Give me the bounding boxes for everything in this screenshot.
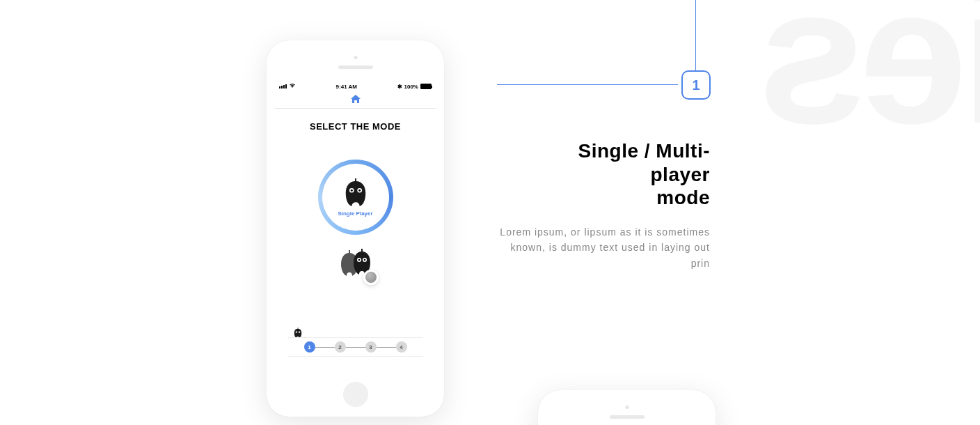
step-track: 1 2 3 4 <box>304 341 407 353</box>
phone-screen: 9:41 AM ✱ 100% SELECT THE MODE <box>275 81 436 376</box>
status-bar: 9:41 AM ✱ 100% <box>275 81 436 92</box>
status-time: 9:41 AM <box>336 84 357 90</box>
phone-sensor-dot <box>354 56 357 59</box>
battery-icon <box>420 84 432 89</box>
multi-player-option[interactable] <box>338 249 373 281</box>
title-line-1: Single / Multi- <box>497 139 710 163</box>
nav-bar <box>275 92 436 109</box>
svg-rect-6 <box>361 249 363 252</box>
svg-rect-5 <box>349 250 350 254</box>
single-player-option[interactable]: Single Player <box>318 160 393 235</box>
step-node-4[interactable]: 4 <box>396 341 407 353</box>
battery-percent: 100% <box>404 84 418 90</box>
bluetooth-icon: ✱ <box>397 84 402 90</box>
title-line-2: player <box>497 163 710 187</box>
phone-home-button[interactable] <box>343 382 368 407</box>
svg-rect-0 <box>355 178 356 183</box>
title-line-3: mode <box>497 186 710 210</box>
phone-speaker <box>338 65 373 69</box>
phone-mockup: 9:41 AM ✱ 100% SELECT THE MODE <box>267 40 444 417</box>
connector-vertical-line <box>695 0 696 70</box>
svg-point-13 <box>299 331 300 332</box>
cursor-icon <box>363 270 379 285</box>
phone-mockup-peek <box>538 390 716 425</box>
background-watermark-text: ies <box>765 0 980 138</box>
step-number-text: 1 <box>692 77 700 93</box>
step-node-2[interactable]: 2 <box>335 341 346 353</box>
step-node-1[interactable]: 1 <box>304 341 315 353</box>
svg-point-10 <box>363 259 365 261</box>
home-icon[interactable] <box>351 95 361 105</box>
ghost-icon <box>342 178 369 208</box>
single-player-label: Single Player <box>338 210 372 217</box>
step-node-3[interactable]: 3 <box>365 341 377 353</box>
step-progress: 1 2 3 4 <box>287 337 423 357</box>
connector-horizontal-line <box>497 84 678 85</box>
section-title: Single / Multi- player mode <box>497 139 710 210</box>
section-description: Lorem ipsum, or lipsum as it is sometime… <box>497 224 710 271</box>
svg-point-3 <box>350 189 352 191</box>
step-number-badge: 1 <box>681 70 711 100</box>
wifi-icon <box>289 83 296 90</box>
svg-point-4 <box>358 189 361 191</box>
signal-icon <box>279 84 287 88</box>
svg-rect-11 <box>298 327 299 329</box>
svg-point-9 <box>358 259 360 261</box>
svg-point-12 <box>296 331 297 332</box>
mode-title: SELECT THE MODE <box>275 121 436 132</box>
